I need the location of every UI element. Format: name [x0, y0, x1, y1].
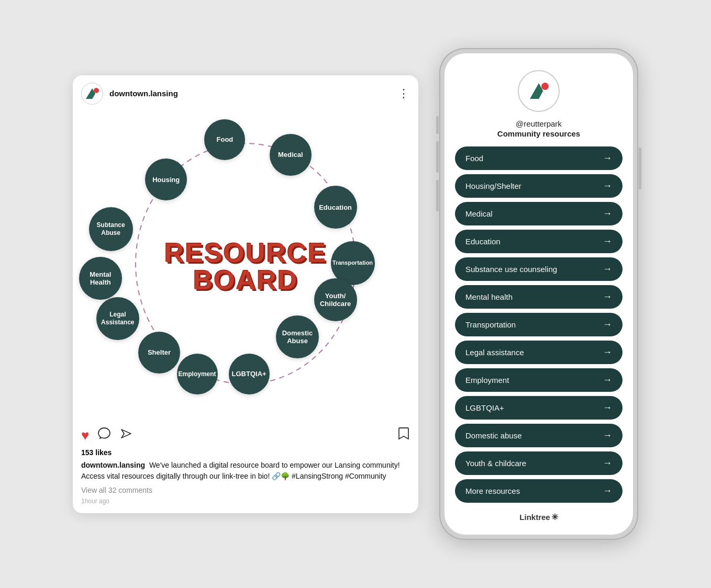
arrow-icon: →	[603, 485, 612, 496]
ig-username: downtown.lansing	[109, 89, 178, 98]
arrow-icon: →	[603, 291, 612, 302]
arrow-icon: →	[603, 375, 612, 386]
resource-btn-legal[interactable]: Legal assistance →	[455, 341, 623, 364]
ig-actions: ♥	[73, 421, 418, 446]
node-domestic-abuse: DomesticAbuse	[276, 315, 319, 358]
resource-btn-employment[interactable]: Employment →	[455, 368, 623, 392]
arrow-icon: →	[603, 458, 612, 469]
phone-button-vol-up	[436, 141, 439, 173]
node-youth-childcare: Youth/Childcare	[314, 278, 357, 321]
comment-icon[interactable]	[97, 427, 111, 444]
resource-btn-education[interactable]: Education →	[455, 230, 623, 253]
phone-logo	[518, 70, 560, 112]
resource-btn-substance[interactable]: Substance use counseling →	[455, 257, 623, 281]
resource-btn-substance-label: Substance use counseling	[465, 265, 557, 274]
phone-handle: @reutterpark	[516, 119, 562, 128]
linktree-label: Linktree	[519, 513, 550, 522]
avatar	[81, 83, 103, 105]
phone-button-power	[639, 148, 641, 189]
arrow-icon: →	[603, 319, 612, 330]
resource-board-title: RESOURCE BOARD	[164, 239, 327, 293]
node-food: Food	[204, 119, 245, 160]
resource-graphic: RESOURCE BOARD Food Medical Housing Educ…	[73, 112, 418, 421]
resource-btn-housing[interactable]: Housing/Shelter →	[455, 174, 623, 198]
arrow-icon: →	[603, 153, 612, 164]
node-lgbtqia: LGBTQIA+	[229, 354, 270, 394]
ig-caption: downtown.lansing We've launched a digita…	[73, 459, 418, 485]
resource-btn-food-label: Food	[465, 154, 483, 163]
arrow-icon: →	[603, 347, 612, 358]
phone-subtitle: Community resources	[497, 129, 580, 138]
svg-point-2	[94, 88, 99, 93]
resource-btn-domestic-abuse-label: Domestic abuse	[465, 431, 522, 440]
resource-btn-employment-label: Employment	[465, 376, 509, 385]
svg-point-6	[541, 83, 549, 90]
linktree-footer: Linktree ✳	[519, 512, 558, 522]
resource-btn-medical[interactable]: Medical →	[455, 202, 623, 225]
arrow-icon: →	[603, 264, 612, 275]
more-options-icon[interactable]: ⋮	[398, 88, 410, 99]
resource-btn-transportation-label: Transportation	[465, 320, 516, 329]
node-medical: Medical	[270, 134, 312, 176]
arrow-icon: →	[603, 236, 612, 247]
arrow-icon: →	[603, 208, 612, 219]
resource-btn-food[interactable]: Food →	[455, 146, 623, 170]
node-housing: Housing	[145, 159, 187, 200]
caption-username: downtown.lansing	[81, 461, 145, 469]
resource-btn-youth-label: Youth & childcare	[465, 459, 526, 468]
phone-screen: @reutterpark Community resources Food → …	[445, 53, 633, 535]
node-shelter: Shelter	[138, 332, 180, 374]
share-icon[interactable]	[119, 427, 133, 444]
resource-btn-legal-label: Legal assistance	[465, 348, 524, 357]
scene: downtown.lansing ⋮ RESOURCE BOARD Food M…	[73, 48, 638, 540]
arrow-icon: →	[603, 180, 612, 191]
linktree-star: ✳	[551, 512, 558, 522]
resource-btn-transportation[interactable]: Transportation →	[455, 313, 623, 336]
resource-btn-mental-health-label: Mental health	[465, 292, 513, 301]
likes-count: 153 likes	[73, 446, 418, 459]
phone-button-vol-down	[436, 180, 439, 211]
resource-btn-more-label: More resources	[465, 487, 520, 495]
bookmark-icon[interactable]	[397, 427, 410, 444]
arrow-icon: →	[603, 402, 612, 413]
arrow-icon: →	[603, 430, 612, 441]
resource-btn-domestic-abuse[interactable]: Domestic abuse →	[455, 424, 623, 447]
ig-header: downtown.lansing ⋮	[73, 75, 418, 112]
node-education: Education	[314, 186, 357, 229]
phone-mockup: @reutterpark Community resources Food → …	[439, 48, 638, 540]
instagram-card: downtown.lansing ⋮ RESOURCE BOARD Food M…	[73, 75, 418, 513]
node-legal-assistance: LegalAssistance	[96, 297, 139, 340]
resource-btn-medical-label: Medical	[465, 209, 493, 218]
phone-button-mute	[436, 116, 439, 134]
like-icon[interactable]: ♥	[81, 427, 89, 444]
resource-btn-education-label: Education	[465, 237, 501, 246]
resource-btn-mental-health[interactable]: Mental health →	[455, 285, 623, 309]
comments-link[interactable]: View all 32 comments	[73, 485, 418, 495]
node-employment: Employment	[177, 354, 218, 394]
resource-btn-lgbtqia[interactable]: LGBTQIA+ →	[455, 396, 623, 420]
resource-btn-youth[interactable]: Youth & childcare →	[455, 451, 623, 475]
node-mental-health: MentalHealth	[79, 257, 122, 300]
post-time: 1hour ago	[73, 495, 418, 513]
resource-btn-housing-label: Housing/Shelter	[465, 182, 521, 190]
resource-btn-more[interactable]: More resources →	[455, 479, 623, 503]
node-substance-abuse: SubtanceAbuse	[89, 207, 133, 251]
resource-btn-lgbtqia-label: LGBTQIA+	[465, 403, 504, 412]
